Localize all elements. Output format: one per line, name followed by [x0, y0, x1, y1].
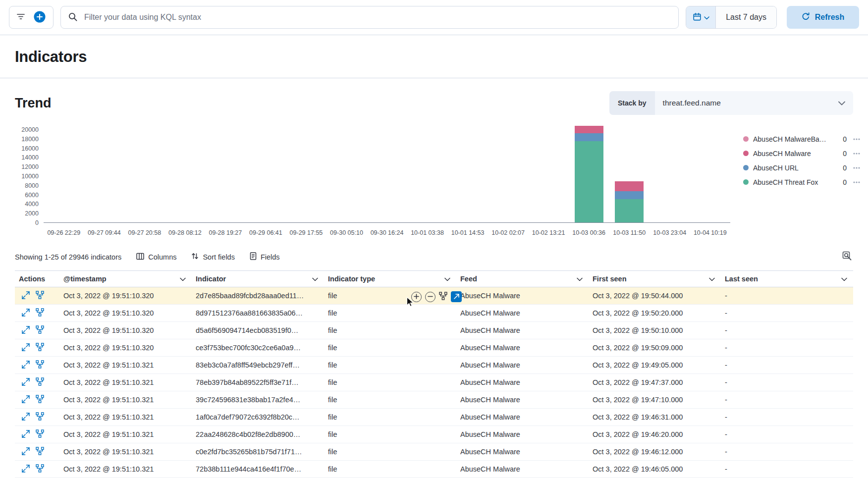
- filter-for-value-button[interactable]: [411, 292, 422, 302]
- table-row: Oct 3, 2022 @ 19:51:10.32122aa248628c4b0…: [15, 426, 853, 443]
- legend-item[interactable]: AbuseCH Malware0: [743, 146, 860, 160]
- bar-segment[interactable]: [575, 133, 603, 141]
- indicator-cell: 39c724596831e38bab17a2fe4…: [192, 396, 324, 404]
- open-details-button[interactable]: [22, 343, 30, 353]
- investigate-in-timeline-button[interactable]: [36, 308, 44, 318]
- open-details-button[interactable]: [22, 395, 30, 405]
- x-tick-label: 10-03 23:04: [650, 229, 690, 236]
- column-header-indicator[interactable]: Indicator: [192, 271, 324, 287]
- indicator-type-cell: file: [324, 326, 456, 334]
- bar-segment[interactable]: [615, 191, 644, 199]
- expand-icon: [22, 447, 30, 457]
- legend-more-actions-button[interactable]: [851, 166, 860, 169]
- investigate-in-timeline-button[interactable]: [36, 395, 44, 405]
- open-details-button[interactable]: [22, 291, 30, 301]
- legend-item[interactable]: AbuseCH Threat Fox0: [743, 175, 860, 189]
- column-header-label: First seen: [593, 275, 627, 283]
- columns-button[interactable]: Columns: [136, 253, 176, 262]
- last-seen-cell: -: [721, 448, 853, 456]
- date-range-button[interactable]: Last 7 days: [716, 6, 776, 28]
- minus-icon: [428, 293, 433, 301]
- first-seen-cell: Oct 3, 2022 @ 19:46:12.000: [589, 448, 721, 456]
- column-header-actions: Actions: [15, 271, 59, 287]
- bar-segment[interactable]: [575, 126, 603, 134]
- feed-cell: AbuseCH Malware: [456, 396, 589, 404]
- date-quick-select-button[interactable]: [686, 6, 716, 28]
- fields-button[interactable]: Fields: [250, 252, 280, 262]
- timestamp-cell: Oct 3, 2022 @ 19:51:10.321: [59, 396, 192, 404]
- column-header-last-seen[interactable]: Last seen: [721, 271, 853, 287]
- open-details-button[interactable]: [22, 309, 30, 318]
- stacked-bar[interactable]: [615, 181, 644, 222]
- filter-button[interactable]: [15, 11, 26, 23]
- refresh-button[interactable]: Refresh: [787, 6, 859, 29]
- stack-by-select[interactable]: threat.feed.name: [655, 91, 853, 115]
- y-tick-label: 16000: [21, 145, 39, 152]
- columns-icon: [136, 253, 144, 262]
- timeline-icon: [36, 447, 44, 457]
- open-details-button[interactable]: [22, 430, 30, 439]
- investigate-in-timeline-button[interactable]: [36, 377, 44, 387]
- bar-segment[interactable]: [575, 141, 603, 223]
- column-header-label: Actions: [19, 275, 45, 283]
- calendar-icon: [693, 12, 702, 23]
- open-details-button[interactable]: [22, 361, 30, 370]
- indicator-cell: 78eb397b84ab89522f5ff3e71f…: [192, 378, 324, 386]
- x-tick-label: 09-27 09:44: [84, 229, 125, 236]
- timeline-icon: [36, 412, 44, 422]
- investigate-in-timeline-button[interactable]: [36, 447, 44, 457]
- add-to-timeline-button[interactable]: [439, 292, 447, 302]
- legend-item[interactable]: AbuseCH MalwareBa…0: [743, 132, 860, 146]
- bar-segment[interactable]: [615, 199, 644, 222]
- open-details-button[interactable]: [22, 447, 30, 457]
- search-input[interactable]: [83, 12, 671, 22]
- sort-fields-button[interactable]: Sort fields: [191, 252, 234, 262]
- investigate-in-timeline-button[interactable]: [36, 464, 44, 474]
- x-tick-label: 10-01 03:38: [407, 229, 448, 236]
- indicators-table: Actions@timestampIndicatorIndicator type…: [15, 270, 853, 478]
- bar-segment[interactable]: [615, 181, 644, 191]
- investigate-in-timeline-button[interactable]: [36, 360, 44, 370]
- investigate-in-timeline-button[interactable]: [36, 325, 44, 335]
- investigate-in-timeline-button[interactable]: [36, 343, 44, 353]
- column-header-feed[interactable]: Feed: [456, 271, 589, 287]
- indicator-type-cell: file: [324, 309, 456, 317]
- investigate-in-timeline-button[interactable]: [36, 412, 44, 422]
- table-row: Oct 3, 2022 @ 19:51:10.32178eb397b84ab89…: [15, 374, 853, 391]
- more-cell-actions-button[interactable]: [451, 291, 462, 302]
- column-header--timestamp[interactable]: @timestamp: [59, 271, 192, 287]
- indicator-type-cell: file: [324, 396, 456, 404]
- filter-out-value-button[interactable]: [425, 292, 435, 302]
- inspect-icon: [842, 251, 852, 263]
- stacked-bar[interactable]: [575, 126, 603, 223]
- investigate-in-timeline-button[interactable]: [36, 291, 44, 301]
- investigate-in-timeline-button[interactable]: [36, 429, 44, 439]
- open-details-button[interactable]: [22, 326, 30, 335]
- row-actions-cell: [15, 464, 59, 474]
- legend-item[interactable]: AbuseCH URL0: [743, 160, 860, 175]
- legend-more-actions-button[interactable]: [851, 138, 860, 141]
- open-details-button[interactable]: [22, 413, 30, 422]
- row-actions-cell: [15, 395, 59, 405]
- y-tick-label: 0: [35, 219, 39, 226]
- x-tick-label: 10-02 02:07: [488, 229, 529, 236]
- open-details-button[interactable]: [22, 465, 30, 474]
- column-header-indicator-type[interactable]: Indicator type: [324, 271, 456, 287]
- y-tick-label: 4000: [25, 201, 39, 208]
- legend-more-actions-button[interactable]: [851, 181, 860, 184]
- feed-cell: AbuseCH Malware: [456, 378, 589, 386]
- add-filter-button[interactable]: [32, 9, 47, 26]
- feed-cell: AbuseCH Malware: [456, 430, 589, 438]
- first-seen-cell: Oct 3, 2022 @ 19:47:10.000: [589, 396, 721, 404]
- inspect-button[interactable]: [841, 250, 853, 264]
- feed-cell: AbuseCH Malware: [456, 465, 589, 473]
- sort-icon: [191, 252, 199, 262]
- expand-icon: [22, 465, 30, 474]
- legend-value: 0: [843, 164, 847, 172]
- first-seen-cell: Oct 3, 2022 @ 19:50:20.000: [589, 309, 721, 317]
- ellipsis-icon: [853, 181, 860, 184]
- legend-more-actions-button[interactable]: [851, 152, 860, 155]
- column-header-first-seen[interactable]: First seen: [589, 271, 721, 287]
- open-details-button[interactable]: [22, 378, 30, 387]
- ellipsis-icon: [853, 138, 860, 141]
